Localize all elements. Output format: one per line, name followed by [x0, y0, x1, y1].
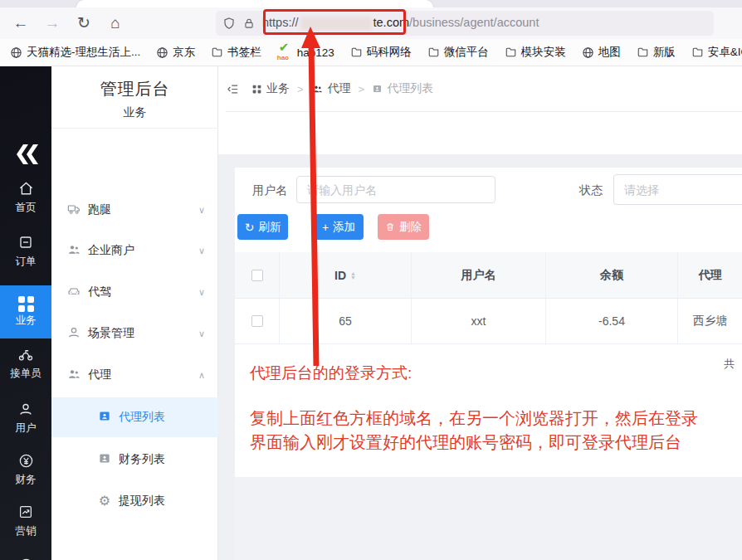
bookmark-tmall[interactable]: 天猫精选-理想生活上...: [10, 45, 140, 60]
menu-item-daili[interactable]: 代理 ∧: [51, 355, 218, 395]
module-subtitle: 业务: [51, 105, 218, 129]
breadcrumb-agent-list: 代理列表: [372, 81, 433, 96]
address-bar[interactable]: https://te.com/business/agent/account: [216, 11, 714, 36]
home-button[interactable]: ⌂: [103, 11, 128, 36]
content-gap: [218, 168, 235, 560]
username-label: 用户名: [252, 183, 287, 198]
username-input[interactable]: [296, 176, 495, 203]
breadcrumb-separator: >: [359, 83, 365, 95]
sidebar-item-business[interactable]: 业务: [0, 285, 51, 338]
row-checkbox[interactable]: [251, 315, 263, 327]
user-icon: [0, 402, 51, 418]
chevron-down-icon: ∨: [198, 246, 205, 256]
header-id[interactable]: ID▲▼: [280, 252, 412, 298]
forward-button[interactable]: →: [40, 11, 65, 36]
globe-icon: [10, 46, 22, 59]
lock-icon: [243, 17, 255, 30]
sidebar-item-home[interactable]: 首页: [0, 181, 51, 215]
screen: ← → ↻ ⌂ https://te.com/business/agent/ac…: [0, 0, 742, 560]
submenu-item-daililiebiao[interactable]: 代理列表: [51, 397, 218, 437]
globe-icon: [582, 46, 594, 59]
person-icon: [66, 326, 81, 342]
breadcrumb-separator: >: [297, 83, 304, 95]
add-button[interactable]: +添加: [314, 214, 364, 240]
row-select-cell: [235, 299, 280, 343]
bookmark-hao123[interactable]: ✔haohao123: [277, 46, 334, 59]
folder-icon: [350, 46, 363, 58]
breadcrumb-agent[interactable]: 代理: [311, 81, 351, 96]
sidebar-item-finance[interactable]: 财务: [0, 453, 51, 487]
sidebar-item-orders[interactable]: 订单: [0, 235, 51, 269]
main-header: 业务 > 代理 > 代理列表 工作台 前端主题 订单管理: [218, 66, 742, 154]
pagination-total: 共: [724, 357, 735, 372]
select-all-cell: [235, 252, 280, 298]
trash-icon: [385, 222, 395, 232]
sidebar-item-marketing[interactable]: 营销: [0, 504, 51, 538]
gear-icon: ⚙: [97, 494, 112, 508]
browser-toolbar: ← → ↻ ⌂ https://te.com/business/agent/ac…: [0, 7, 742, 39]
url-text: https://te.com/business/agent/account: [262, 16, 539, 31]
menu-item-qiyeshanghu[interactable]: 企业商户 ∨: [51, 231, 218, 270]
order-icon: [0, 235, 51, 251]
sidebar-item-couriers[interactable]: 接单员: [0, 347, 51, 381]
header-agent: 代理: [678, 252, 742, 298]
delete-button[interactable]: 删除: [378, 214, 429, 240]
folder-icon: [427, 46, 440, 58]
header-username: 用户名: [412, 252, 546, 298]
table-row[interactable]: 65 xxt -6.54 西乡塘: [235, 299, 742, 344]
chevron-down-icon: ∨: [198, 287, 205, 298]
url-blurred-domain: [300, 17, 372, 31]
menu-item-paotui[interactable]: 跑腿 ∨: [51, 190, 218, 230]
cell-id: 65: [280, 299, 412, 343]
cell-balance: -6.54: [546, 299, 678, 343]
refresh-button[interactable]: ↻刷新: [237, 214, 288, 240]
admin-panel-title: 管理后台: [51, 78, 218, 100]
rider-icon: [0, 347, 51, 363]
bookmarks-bar: 天猫精选-理想生活上... 京东 书签栏 ✔haohao123 码科网络 微信平…: [0, 39, 742, 66]
reload-button[interactable]: ↻: [71, 11, 96, 36]
collapse-menu-icon[interactable]: [226, 83, 240, 95]
sidebar-item-users[interactable]: 用户: [0, 402, 51, 436]
hao123-icon: ✔hao: [277, 46, 294, 59]
money-icon: [0, 453, 51, 470]
folder-icon: [211, 46, 223, 58]
truck-icon: [66, 202, 81, 218]
bookmark-folder-shuqianlan[interactable]: 书签栏: [211, 45, 261, 60]
cell-username: xxt: [412, 299, 546, 343]
bookmark-folder-makewangluo[interactable]: 码科网络: [350, 45, 412, 60]
status-label: 状态: [579, 183, 603, 198]
folder-icon: [691, 46, 704, 58]
bookmark-jd[interactable]: 京东: [156, 45, 195, 60]
bookmark-folder-anzhuo-ios[interactable]: 安卓&IOS上架: [691, 45, 742, 60]
content-gap: [218, 154, 742, 168]
submenu-item-caiwuliebiao[interactable]: 财务列表: [51, 440, 218, 480]
chart-icon: [0, 504, 51, 521]
bookmark-ditu[interactable]: 地图: [582, 45, 621, 60]
bookmark-folder-xinban[interactable]: 新版: [637, 45, 676, 60]
select-all-checkbox[interactable]: [251, 270, 263, 281]
sort-icon[interactable]: ▲▼: [350, 271, 356, 280]
bookmark-folder-weixinpingtai[interactable]: 微信平台: [427, 45, 489, 60]
back-button[interactable]: ←: [8, 11, 33, 36]
chevron-down-icon: ∨: [198, 205, 205, 216]
people-icon: [311, 84, 324, 95]
agent-table: ID▲▼ 用户名 余额 代理 65 xxt -6.54 西乡塘: [235, 252, 742, 344]
table-header-row: ID▲▼ 用户名 余额 代理: [235, 252, 742, 299]
submenu-item-tixianliebiao[interactable]: ⚙ 提现列表: [51, 481, 218, 521]
breadcrumb: 业务 > 代理 > 代理列表: [226, 66, 742, 112]
bookmark-folder-mokuaianzhuang[interactable]: 模块安装: [505, 45, 566, 60]
app-logo-icon: [10, 141, 41, 168]
id-badge-icon: [372, 84, 383, 94]
browser-active-tab[interactable]: [76, 0, 433, 7]
plus-icon: +: [322, 222, 329, 233]
primary-sidebar: 首页 订单 业务 接单员 用户 财务 营销 渠道: [0, 66, 51, 560]
menu-item-daijia[interactable]: 代驾 ∨: [51, 272, 218, 312]
status-select[interactable]: [613, 174, 742, 205]
home-icon: [0, 181, 51, 197]
menu-item-changjingguanli[interactable]: 场景管理 ∨: [51, 314, 218, 353]
breadcrumb-business[interactable]: 业务: [251, 81, 290, 96]
shield-icon: [222, 17, 236, 30]
grid-icon: [0, 294, 51, 310]
chevron-up-icon: ∧: [198, 370, 205, 381]
header-balance: 余额: [546, 252, 678, 298]
